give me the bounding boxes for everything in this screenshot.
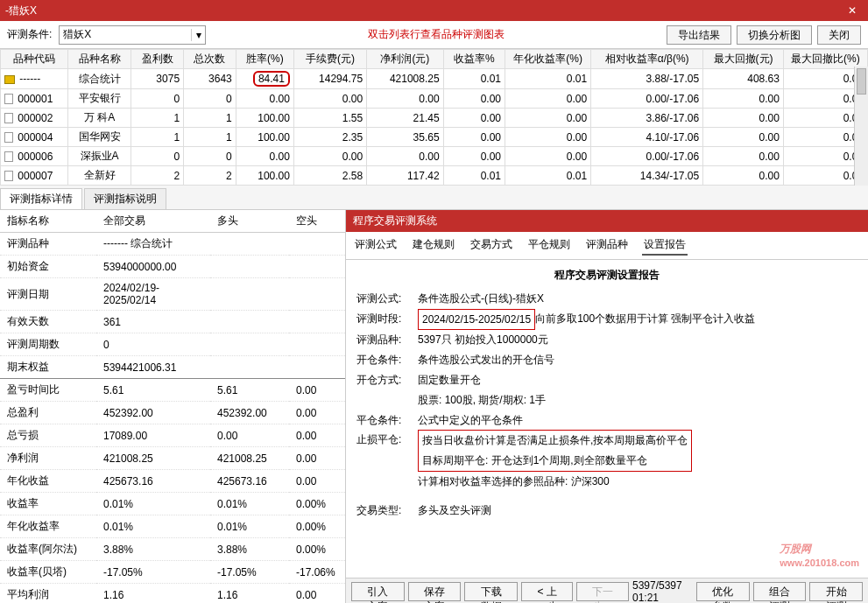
inner-tab[interactable]: 评测品种 xyxy=(584,235,630,256)
export-button[interactable]: 导出结果 xyxy=(667,25,731,45)
inner-tab[interactable]: 设置报告 xyxy=(642,235,688,256)
close-button[interactable]: 关闭 xyxy=(817,25,861,45)
save-button[interactable]: 保存方案 xyxy=(408,582,462,601)
metric-row: 年化收益率0.01%0.01%0.00% xyxy=(0,515,345,538)
v-stop: 按当日收盘价计算是否满足止损条件,按本周期最高价平仓 目标周期平仓: 开仓达到1… xyxy=(418,430,692,472)
column-header[interactable]: 品种代码 xyxy=(1,50,68,69)
window-title: -猎妖X xyxy=(5,4,842,18)
metric-row: 评测周期数0 xyxy=(0,333,345,356)
start-eval-button[interactable]: 开始评测 xyxy=(809,582,863,601)
col-short: 空头 xyxy=(289,210,345,233)
column-header[interactable]: 胜率(%) xyxy=(236,50,293,69)
v-type: 多头及空头评测 xyxy=(418,501,491,521)
file-icon xyxy=(4,151,13,162)
k-open: 开仓条件: xyxy=(356,350,418,370)
v-symbols: 5397只 初始投入1000000元 xyxy=(418,330,548,350)
condition-label: 评测条件: xyxy=(7,27,52,42)
close-icon[interactable]: ✕ xyxy=(842,4,863,17)
table-row[interactable]: 000001平安银行000.000.000.000.000.000.00/-17… xyxy=(1,89,868,109)
col-name: 指标名称 xyxy=(0,210,96,233)
progress-text: 5397/5397 01:21 xyxy=(632,579,689,604)
metric-row: 总盈利452392.00452392.000.00 xyxy=(0,402,345,424)
metric-row: 收益率(贝塔)-17.05%-17.05%-17.06% xyxy=(0,561,345,584)
folder-icon xyxy=(4,75,15,84)
metric-row: 收益率0.01%0.01%0.00% xyxy=(0,493,345,515)
metric-row: 评测日期2024/02/19-2025/02/14 xyxy=(0,278,345,311)
hint-text: 双击列表行查看品种评测图表 xyxy=(211,27,661,42)
table-row[interactable]: 000004国华网安11100.002.3535.650.000.004.10/… xyxy=(1,128,868,147)
tab-explain[interactable]: 评测指标说明 xyxy=(84,188,166,209)
v-close: 公式中定义的平仓条件 xyxy=(418,410,523,431)
col-long: 多头 xyxy=(210,210,289,233)
metric-row: 年化收益425673.16425673.160.00 xyxy=(0,470,345,493)
next-button: 下一步 > xyxy=(576,582,628,601)
metric-row: 平均利润1.161.160.00 xyxy=(0,584,345,604)
inner-tab[interactable]: 评测公式 xyxy=(353,235,399,256)
vertical-scrollbar[interactable] xyxy=(854,67,868,186)
report-title: 程序交易评测设置报告 xyxy=(356,265,857,285)
metric-row: 期末权益5394421006.31 xyxy=(0,356,345,379)
column-header[interactable]: 盈利数 xyxy=(131,50,184,69)
table-row[interactable]: 000002万 科A11100.001.5521.450.000.003.86/… xyxy=(1,109,868,128)
chevron-down-icon[interactable]: ▾ xyxy=(191,29,205,41)
condition-combo[interactable]: ▾ xyxy=(59,25,206,45)
metric-row: 收益率(阿尔法)3.88%3.88%0.00% xyxy=(0,538,345,561)
v-period-tail: 向前多取100个数据用于计算 强制平仓计入收益 xyxy=(535,309,755,331)
inner-tab[interactable]: 交易方式 xyxy=(469,235,514,256)
table-row[interactable]: 000006深振业A000.000.000.000.000.000.00/-17… xyxy=(1,147,868,166)
inner-tab[interactable]: 建仓规则 xyxy=(411,235,456,256)
k-close: 平仓条件: xyxy=(356,410,418,431)
k-symbols: 评测品种: xyxy=(356,330,418,350)
column-header[interactable]: 相对收益率α/β(%) xyxy=(591,50,703,69)
column-header[interactable]: 收益率% xyxy=(443,50,505,69)
tab-detail[interactable]: 评测指标详情 xyxy=(0,188,82,209)
v-period: 2024/02/15-2025/02/15 xyxy=(418,309,535,331)
k-type: 交易类型: xyxy=(356,501,418,521)
inner-tab[interactable]: 平仓规则 xyxy=(526,235,572,256)
k-period: 评测时段: xyxy=(356,309,418,331)
column-header[interactable]: 最大回撤(元) xyxy=(703,50,784,69)
column-header[interactable]: 品种名称 xyxy=(67,50,131,69)
combo-eval-button[interactable]: 组合评测 xyxy=(753,582,807,601)
file-icon xyxy=(4,94,13,104)
switch-chart-button[interactable]: 切换分析图 xyxy=(737,25,812,45)
metric-row: 评测品种------- 综合统计 xyxy=(0,233,345,256)
result-table: 品种代码品种名称盈利数总次数胜率(%)手续费(元)净利润(元)收益率%年化收益率… xyxy=(0,49,868,186)
system-header: 程序交易评测系统 xyxy=(346,210,868,232)
metrics-table: 指标名称 全部交易 多头 空头 评测品种------- 综合统计初始资金5394… xyxy=(0,210,345,603)
file-icon xyxy=(4,132,13,143)
metric-row: 总亏损17089.000.000.00 xyxy=(0,424,345,447)
table-row[interactable]: ------综合统计3075364384.4114294.75421008.25… xyxy=(1,69,868,89)
metric-row: 净利润421008.25421008.250.00 xyxy=(0,447,345,470)
k-stop: 止损平仓: xyxy=(356,430,418,472)
col-all: 全部交易 xyxy=(96,210,210,233)
v-openmode: 固定数量开仓 xyxy=(418,370,481,390)
import-button[interactable]: 引入方案 xyxy=(351,582,405,601)
prev-button[interactable]: < 上一步 xyxy=(521,582,573,601)
download-button[interactable]: 下载数据 xyxy=(464,582,518,601)
column-header[interactable]: 总次数 xyxy=(184,50,236,69)
optimize-button[interactable]: 优化参数 xyxy=(696,582,750,601)
v-qty: 股票: 100股, 期货/期权: 1手 xyxy=(418,390,546,410)
v-formula: 条件选股公式-(日线)-猎妖X xyxy=(418,289,544,309)
v-ref: 计算相对收益率选择的参照品种: 沪深300 xyxy=(418,472,610,492)
metric-row: 有效天数361 xyxy=(0,311,345,333)
column-header[interactable]: 净利润(元) xyxy=(367,50,443,69)
column-header[interactable]: 手续费(元) xyxy=(293,50,366,69)
table-row[interactable]: 000008神州高铁11100.000.5223.480.000.004.03/… xyxy=(1,186,868,186)
k-openmode: 开仓方式: xyxy=(356,370,418,390)
table-row[interactable]: 000007全新好22100.002.58117.420.010.0114.34… xyxy=(1,166,868,186)
condition-input[interactable] xyxy=(60,26,191,44)
metric-row: 初始资金5394000000.00 xyxy=(0,256,345,278)
k-formula: 评测公式: xyxy=(356,289,418,309)
v-open: 条件选股公式发出的开仓信号 xyxy=(418,350,554,370)
file-icon xyxy=(4,171,13,181)
metric-row: 盈亏时间比5.615.610.00 xyxy=(0,379,345,402)
column-header[interactable]: 年化收益率(%) xyxy=(505,50,591,69)
file-icon xyxy=(4,113,13,123)
